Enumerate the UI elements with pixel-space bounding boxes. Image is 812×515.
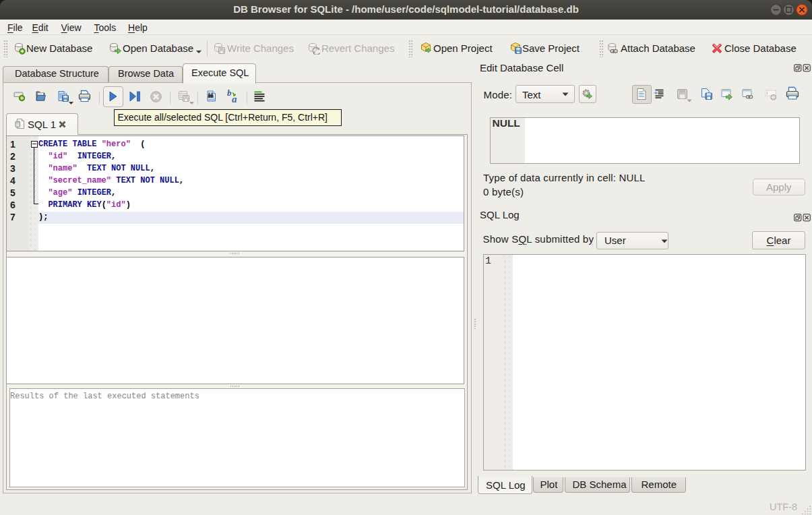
svg-text:b: b (227, 88, 232, 98)
